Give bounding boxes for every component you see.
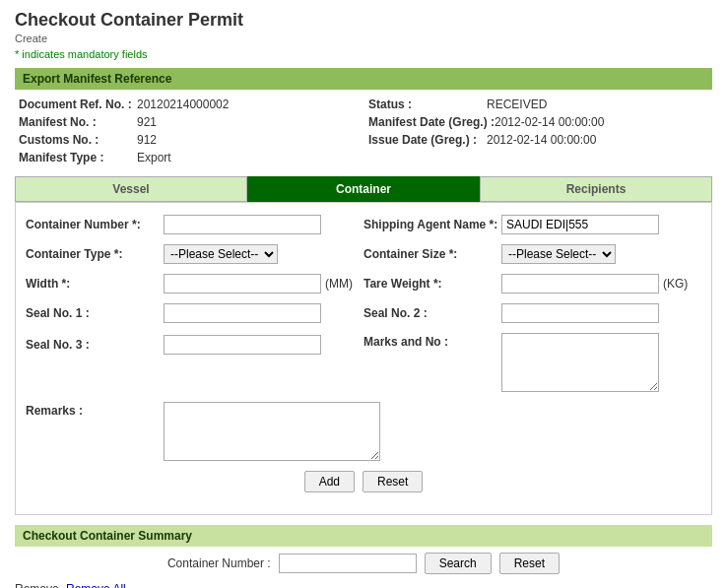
summary-container-number-label: Container Number : [167,556,271,570]
shipping-agent-col: Shipping Agent Name *: [364,215,701,234]
width-unit: (MM) [325,277,353,291]
page-title: Checkout Container Permit [15,10,712,31]
marks-col: Marks and No : [364,333,701,392]
issue-date-label: Issue Date (Greg.) : [368,133,487,147]
doc-ref-row: Document Ref. No. : 20120214000002 [19,96,359,113]
form-reset-button[interactable]: Reset [363,471,423,492]
issue-date-value: 2012-02-14 00:00:00 [487,133,596,147]
issue-date-row: Issue Date (Greg.) : 2012-02-14 00:00:00 [368,131,708,149]
summary-search-button[interactable]: Search [425,553,492,574]
status-value: RECEIVED [487,98,547,111]
summary-reset-button[interactable]: Reset [499,553,560,574]
tab-vessel[interactable]: Vessel [15,176,247,202]
seal-no2-input[interactable] [501,303,659,323]
remarks-col: Remarks : [26,402,380,461]
manifest-type-value: Export [137,151,171,164]
add-button[interactable]: Add [304,471,355,492]
summary-header: Checkout Container Summary [15,525,712,547]
tare-weight-input[interactable] [501,274,659,294]
container-size-col: Container Size *: --Please Select-- [364,244,701,264]
customs-no-value: 912 [137,133,157,147]
container-number-col: Container Number *: [26,215,364,234]
seal-no2-label: Seal No. 2 : [364,306,501,320]
seal-no1-label: Seal No. 1 : [26,306,164,320]
doc-ref-value: 20120214000002 [137,98,229,111]
manifest-no-value: 921 [137,115,157,129]
tare-weight-col: Tare Weight *: (KG) [364,274,701,294]
page-subtitle: Create [15,33,712,44]
customs-no-row: Customs No. : 912 [19,131,359,149]
customs-no-label: Customs No. : [19,133,137,147]
container-size-label: Container Size *: [364,247,501,261]
tab-bar: Vessel Container Recipients [15,176,712,202]
container-type-select[interactable]: --Please Select-- [164,244,278,264]
width-label: Width *: [26,277,164,291]
form-row-2: Container Type *: --Please Select-- Cont… [26,244,701,264]
form-row-6: Remarks : [26,402,701,461]
form-buttons: Add Reset [26,471,701,492]
seal-no3-col: Seal No. 3 : [26,333,364,355]
shipping-agent-label: Shipping Agent Name *: [364,218,501,231]
manifest-date-row: Manifest Date (Greg.) : 2012-02-14 00:00… [368,113,708,131]
form-row-3: Width *: (MM) Tare Weight *: (KG) [26,274,701,294]
remarks-label: Remarks : [26,404,164,418]
manifest-no-row: Manifest No. : 921 [19,113,359,131]
width-input[interactable] [164,274,321,294]
remove-all-link[interactable]: Remove All [66,582,126,588]
summary-search-row: Container Number : Search Reset [15,553,712,574]
container-type-col: Container Type *: --Please Select-- [26,244,364,264]
remove-label: Remove [15,582,59,588]
manifest-type-row: Manifest Type : Export [19,149,359,166]
mandatory-note: * indicates mandatory fields [15,48,712,60]
doc-ref-label: Document Ref. No. : [19,98,137,111]
export-manifest-header: Export Manifest Reference [15,68,712,90]
status-label: Status : [368,98,487,111]
manifest-no-label: Manifest No. : [19,115,137,129]
tab-recipients[interactable]: Recipients [480,176,712,202]
marks-and-no-label: Marks and No : [364,335,501,349]
tab-container[interactable]: Container [247,176,480,202]
manifest-date-value: 2012-02-14 00:00:00 [495,115,604,129]
remarks-textarea[interactable] [164,402,380,461]
manifest-date-label: Manifest Date (Greg.) : [368,115,495,129]
manifest-type-label: Manifest Type : [19,151,137,164]
seal-no3-label: Seal No. 3 : [26,338,164,352]
form-row-1: Container Number *: Shipping Agent Name … [26,215,701,234]
tare-weight-unit: (KG) [663,277,688,291]
container-number-input[interactable] [164,215,321,234]
width-col: Width *: (MM) [26,274,364,294]
form-row-4: Seal No. 1 : Seal No. 2 : [26,303,701,323]
container-type-label: Container Type *: [26,247,164,261]
seal-no3-input[interactable] [164,335,321,355]
container-size-select[interactable]: --Please Select-- [501,244,616,264]
form-row-5: Seal No. 3 : Marks and No : [26,333,701,392]
remove-row: Remove Remove All [15,582,712,588]
seal-no1-col: Seal No. 1 : [26,303,364,323]
container-number-label: Container Number *: [26,218,164,231]
summary-container-number-input[interactable] [279,554,417,573]
export-manifest-info: Document Ref. No. : 20120214000002 Manif… [15,96,712,166]
seal-no2-col: Seal No. 2 : [364,303,701,323]
container-form: Container Number *: Shipping Agent Name … [15,202,712,515]
seal-no1-input[interactable] [164,303,321,323]
status-row: Status : RECEIVED [368,96,708,113]
tare-weight-label: Tare Weight *: [364,277,501,291]
marks-and-no-textarea[interactable] [501,333,659,392]
shipping-agent-input[interactable] [501,215,659,234]
